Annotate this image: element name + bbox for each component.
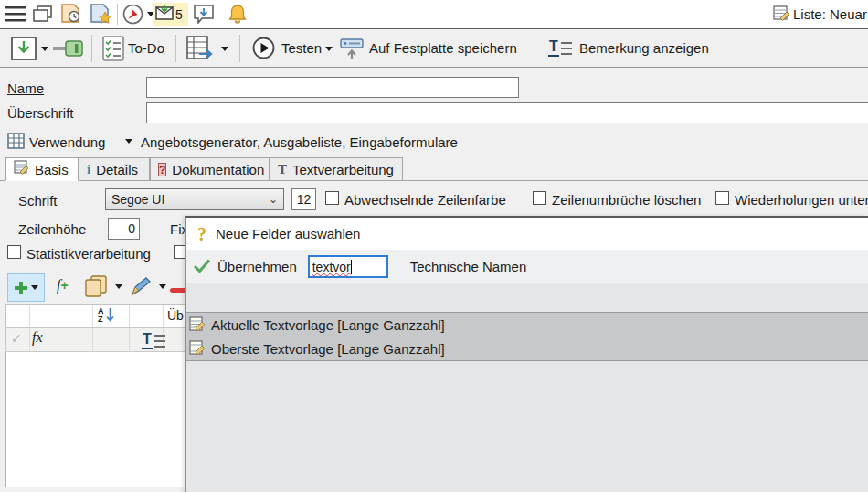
rowheight-input[interactable]: 0 — [108, 218, 140, 240]
add-formula-icon[interactable]: f+ — [57, 277, 69, 294]
info-icon: i — [87, 162, 90, 177]
app-window: 5 Liste: Neuar To-Do — [0, 0, 868, 492]
font-combobox[interactable]: Segoe UI ⌄ — [105, 188, 284, 210]
tab-textverarbeitung-label: Textverarbeitung — [292, 162, 394, 177]
text-t-icon: T — [278, 162, 287, 177]
liste-edit-icon — [14, 160, 29, 178]
todo-button-label[interactable]: To-Do — [128, 40, 164, 56]
tab-basis[interactable]: Basis — [5, 157, 79, 181]
save-to-disk-label[interactable]: Auf Festplatte speichern — [369, 40, 517, 56]
suppress-repeats-checkbox[interactable] — [715, 191, 729, 205]
window-context-label: Liste: Neuar — [793, 6, 867, 22]
usage-dropdown-caret[interactable] — [125, 139, 132, 144]
font-label: Schrift — [18, 193, 58, 209]
statistics-label: Statistikverarbeitung — [26, 246, 151, 262]
connector-icon[interactable] — [53, 40, 86, 60]
harddrive-save-icon[interactable] — [340, 37, 365, 64]
bell-icon[interactable] — [228, 4, 247, 27]
action-toolbar: To-Do Testen Auf Festplatte speichern T … — [0, 28, 868, 68]
grid-header-row-1: AZ Üb — [5, 304, 185, 327]
delete-linebreaks-checkbox[interactable] — [533, 191, 546, 205]
name-input[interactable] — [146, 77, 519, 98]
new-fields-popup: ? Neue Felder auswählen Übernehmen textv… — [185, 216, 868, 492]
navigate-icon[interactable] — [122, 4, 143, 28]
tab-textverarbeitung[interactable]: T Textverarbeitung — [270, 157, 403, 181]
green-check-icon — [194, 259, 210, 275]
add-field-button[interactable] — [7, 273, 45, 302]
text-cursor — [351, 260, 352, 274]
copy-dropdown-caret[interactable] — [115, 284, 122, 289]
copy-icon[interactable] — [84, 275, 108, 301]
popup-title-row: ? Neue Felder auswählen — [186, 218, 868, 250]
statistics-checkbox[interactable] — [7, 245, 21, 259]
field-item-label: Aktuelle Textvorlage [Lange Ganzzahl] — [211, 317, 445, 333]
add-dropdown-caret — [31, 285, 38, 290]
toolbar-separator — [239, 35, 240, 62]
popup-title: Neue Felder auswählen — [216, 226, 360, 241]
field-list-item[interactable]: Aktuelle Textvorlage [Lange Ganzzahl] — [186, 312, 868, 337]
save-icon[interactable] — [11, 37, 37, 64]
rowheight-label: Zeilenhöhe — [18, 221, 86, 237]
usage-label[interactable]: Verwendung — [29, 134, 105, 150]
field-search-value: textvor — [312, 260, 351, 274]
save-dropdown-caret[interactable] — [41, 47, 48, 51]
plus-icon — [14, 281, 28, 295]
export-table-icon[interactable] — [186, 36, 216, 65]
alternating-rowcolor-checkbox[interactable] — [325, 191, 339, 205]
mail-icon — [155, 5, 174, 24]
testen-button-label[interactable]: Testen — [281, 40, 322, 56]
top-menu-bar: 5 Liste: Neuar — [0, 0, 868, 28]
field-item-icon — [189, 339, 206, 358]
font-size-input[interactable]: 12 — [291, 188, 316, 210]
question-mark-icon: ? — [197, 225, 206, 243]
mail-count-badge: 5 — [175, 7, 183, 22]
tab-details-label: Details — [96, 162, 138, 177]
alternating-rowcolor-label: Abwechselnde Zeilenfarbe — [344, 192, 506, 208]
recent-document-icon[interactable] — [60, 4, 82, 27]
table-icon — [7, 133, 25, 153]
field-item-label: Oberste Textvorlage [Lange Ganzzahl] — [211, 341, 445, 357]
feedback-bubble-icon[interactable] — [194, 5, 214, 27]
tab-dokumentation[interactable]: ? Dokumentation — [150, 157, 270, 181]
testen-dropdown-caret[interactable] — [325, 47, 333, 51]
grid-col-heading[interactable]: Üb — [167, 308, 184, 323]
grid-header-row-2: ✓ fx T — [5, 327, 185, 352]
hamburger-menu-icon[interactable] — [5, 6, 26, 26]
apply-button-label[interactable]: Übernehmen — [217, 259, 297, 274]
tabs-baseline — [0, 180, 868, 181]
favorite-document-icon[interactable] — [90, 4, 113, 27]
technical-names-label[interactable]: Technische Namen — [410, 259, 527, 274]
todo-icon[interactable] — [102, 36, 124, 65]
field-grid-body[interactable] — [5, 352, 185, 487]
toolbar-separator — [175, 35, 176, 62]
check-column-icon[interactable]: ✓ — [11, 331, 22, 346]
show-remark-label[interactable]: Bemerkung anzeigen — [579, 40, 709, 56]
help-doc-icon: ? — [158, 163, 166, 176]
export-dropdown-caret[interactable] — [221, 47, 228, 51]
windows-icon[interactable] — [33, 5, 53, 27]
field-item-icon — [189, 316, 206, 335]
heading-label: Überschrift — [7, 105, 74, 121]
field-list-item[interactable]: Oberste Textvorlage [Lange Ganzzahl] — [186, 337, 868, 361]
mail-button[interactable]: 5 — [153, 3, 188, 26]
heading-input[interactable] — [146, 102, 868, 123]
play-icon[interactable] — [252, 37, 275, 63]
popup-apply-row: Übernehmen textvor Technische Namen — [186, 250, 868, 283]
usage-value: Angebotsgenerator, Ausgabeliste, Eingabe… — [141, 134, 458, 150]
liste-icon — [773, 5, 789, 26]
edit-dropdown-caret[interactable] — [159, 284, 166, 289]
toolbar-separator — [117, 4, 118, 25]
field-search-input[interactable]: textvor — [308, 255, 388, 278]
sort-az-icon[interactable]: AZ — [98, 307, 114, 326]
chevron-down-icon: ⌄ — [269, 193, 278, 206]
tab-details[interactable]: i Details — [79, 157, 150, 181]
suppress-repeats-label: Wiederholungen unterdrü — [735, 192, 868, 208]
name-label: Name — [7, 80, 44, 96]
edit-pencil-icon[interactable] — [130, 275, 152, 301]
tab-dokumentation-label: Dokumentation — [172, 162, 264, 177]
delete-linebreaks-label: Zeilenumbrüche löschen — [552, 192, 701, 208]
tab-basis-label: Basis — [35, 162, 69, 177]
font-combobox-value: Segoe UI — [111, 192, 164, 207]
fx-column-icon[interactable]: fx — [32, 329, 43, 346]
toolbar-separator — [91, 35, 92, 62]
